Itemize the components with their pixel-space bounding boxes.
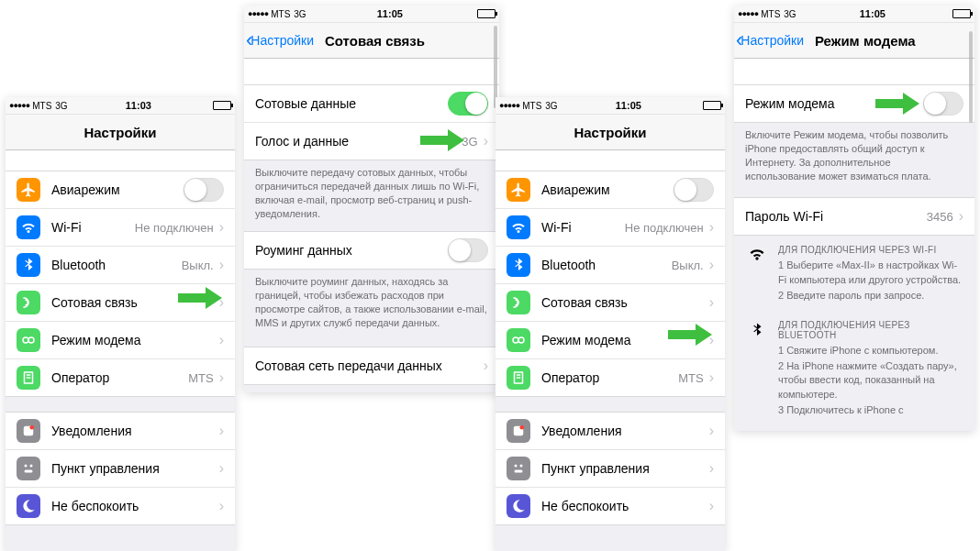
battery-icon <box>477 9 496 18</box>
chevron-right-icon: › <box>219 257 224 273</box>
row-dnd[interactable]: Не беспокоить › <box>6 488 235 524</box>
scrollbar[interactable] <box>494 26 497 108</box>
wifi-icon <box>745 245 769 304</box>
wifi-label: Wi-Fi <box>51 220 135 235</box>
signal-dots-icon: ●●●●● <box>248 9 268 18</box>
nav-header: ‹ Настройки Сотовая связь <box>244 23 499 59</box>
chevron-right-icon: › <box>709 460 714 477</box>
row-cellular-network[interactable]: Сотовая сеть передачи данных › <box>244 347 499 384</box>
row-wifi-password[interactable]: Пароль Wi-Fi 3456 › <box>734 198 974 235</box>
signal-dots-icon: ●●●●● <box>499 101 519 110</box>
status-bar: ●●●●● MTS 3G 11:03 <box>6 97 235 115</box>
svg-rect-17 <box>515 470 523 473</box>
signal-dots-icon: ●●●●● <box>9 101 29 110</box>
cellular-icon <box>17 291 40 314</box>
phone-settings-2: ●●●●● MTS 3G 11:05 Настройки Авиарежим W… <box>496 97 725 551</box>
row-dnd[interactable]: Не беспокоить › <box>496 488 725 524</box>
bluetooth-value: Выкл. <box>672 259 704 272</box>
operator-icon <box>507 366 530 390</box>
row-cellular-data[interactable]: Сотовые данные <box>244 85 499 123</box>
dnd-icon <box>17 494 40 518</box>
page-title: Настройки <box>496 125 725 140</box>
bluetooth-icon <box>507 253 530 277</box>
row-notifications[interactable]: Уведомления › <box>496 413 725 450</box>
chevron-right-icon: › <box>959 208 963 225</box>
wifi-value: Не подключен <box>625 221 704 235</box>
operator-label: Оператор <box>51 370 188 385</box>
row-hotspot[interactable]: Режим модема › <box>496 322 725 359</box>
row-cellular[interactable]: Сотовая связь › <box>6 284 235 322</box>
scrollbar[interactable] <box>969 31 973 123</box>
bt-step-3: 3 Подключитесь к iPhone с <box>778 403 963 417</box>
network-label: 3G <box>784 9 796 19</box>
row-bluetooth[interactable]: Bluetooth Выкл. › <box>6 247 235 284</box>
row-hotspot-toggle[interactable]: Режим модема <box>734 85 974 122</box>
chevron-right-icon: › <box>709 498 714 514</box>
row-operator[interactable]: Оператор MTS › <box>496 359 725 396</box>
row-notifications[interactable]: Уведомления › <box>6 413 235 450</box>
battery-icon <box>952 9 971 18</box>
hotspot-label: Режим модема <box>51 333 219 347</box>
row-operator[interactable]: Оператор MTS › <box>6 359 235 396</box>
roaming-toggle[interactable] <box>448 238 488 262</box>
operator-value: MTS <box>188 371 213 385</box>
phone-cellular: ●●●●● MTS 3G 11:05 ‹ Настройки Сотовая с… <box>244 6 499 392</box>
airplane-toggle[interactable] <box>674 178 714 202</box>
svg-rect-6 <box>25 470 33 473</box>
hotspot-toggle-label: Режим модема <box>745 96 923 111</box>
cellular-label: Сотовая связь <box>51 295 219 310</box>
row-voice-data[interactable]: Голос и данные 3G › <box>244 123 499 160</box>
roaming-label: Роуминг данных <box>255 243 448 258</box>
hotspot-list: Режим модема Включите Режим модема, чтоб… <box>734 84 974 431</box>
svg-point-11 <box>513 337 518 343</box>
wifi-instructions-header: ДЛЯ ПОДКЛЮЧЕНИЯ ЧЕРЕЗ WI-FI <box>778 245 963 255</box>
row-bluetooth[interactable]: Bluetooth Выкл. › <box>496 247 725 284</box>
bluetooth-icon <box>745 320 769 420</box>
network-label: 3G <box>545 101 557 111</box>
chevron-right-icon: › <box>484 358 488 374</box>
back-label: Настройки <box>741 33 804 48</box>
row-control-center[interactable]: Пункт управления › <box>496 450 725 488</box>
carrier-label: MTS <box>522 101 541 111</box>
row-airplane[interactable]: Авиарежим <box>496 171 725 209</box>
page-title: Настройки <box>6 125 235 140</box>
page-title: Режим модема <box>804 33 974 49</box>
carrier-label: MTS <box>761 9 780 19</box>
chevron-right-icon: › <box>219 369 224 386</box>
clock-label: 11:03 <box>68 100 209 111</box>
back-button[interactable]: ‹ Настройки <box>734 30 804 50</box>
instructions-bluetooth: ДЛЯ ПОДКЛЮЧЕНИЯ ЧЕРЕЗ BLUETOOTH 1 Свяжит… <box>734 311 974 425</box>
cellular-data-toggle[interactable] <box>448 92 488 116</box>
battery-icon <box>703 101 721 110</box>
row-hotspot[interactable]: Режим модема › <box>6 322 235 359</box>
airplane-label: Авиарежим <box>541 182 674 197</box>
back-button[interactable]: ‹ Настройки <box>244 30 314 50</box>
row-roaming[interactable]: Роуминг данных <box>244 232 499 269</box>
control-center-icon <box>17 457 40 480</box>
chevron-right-icon: › <box>219 332 224 348</box>
network-label: 3G <box>294 9 306 19</box>
row-control-center[interactable]: Пункт управления › <box>6 450 235 488</box>
control-center-label: Пункт управления <box>51 461 219 476</box>
wifi-password-label: Пароль Wi-Fi <box>745 209 927 224</box>
phone-hotspot: ●●●●● MTS 3G 11:05 ‹ Настройки Режим мод… <box>734 6 974 431</box>
svg-point-4 <box>25 465 28 468</box>
row-wifi[interactable]: Wi-Fi Не подключен › <box>496 209 725 247</box>
row-wifi[interactable]: Wi-Fi Не подключен › <box>6 209 235 247</box>
settings-list: Авиарежим Wi-Fi Не подключен › Bluetooth… <box>496 171 725 551</box>
row-cellular[interactable]: Сотовая связь › <box>496 284 725 322</box>
cellular-label: Сотовая связь <box>541 295 709 310</box>
wifi-step-1: 1 Выберите «Max-II» в настройках Wi-Fi к… <box>778 259 963 287</box>
hotspot-icon <box>507 328 530 352</box>
hotspot-toggle[interactable] <box>923 92 963 116</box>
carrier-label: MTS <box>32 101 51 111</box>
chevron-right-icon: › <box>219 219 224 236</box>
battery-icon <box>213 101 231 110</box>
row-airplane[interactable]: Авиарежим <box>6 171 235 209</box>
svg-point-15 <box>515 465 518 468</box>
airplane-toggle[interactable] <box>184 178 224 202</box>
dnd-icon <box>507 494 530 518</box>
wifi-icon <box>507 215 530 239</box>
chevron-right-icon: › <box>709 332 714 348</box>
control-center-label: Пункт управления <box>541 461 709 476</box>
